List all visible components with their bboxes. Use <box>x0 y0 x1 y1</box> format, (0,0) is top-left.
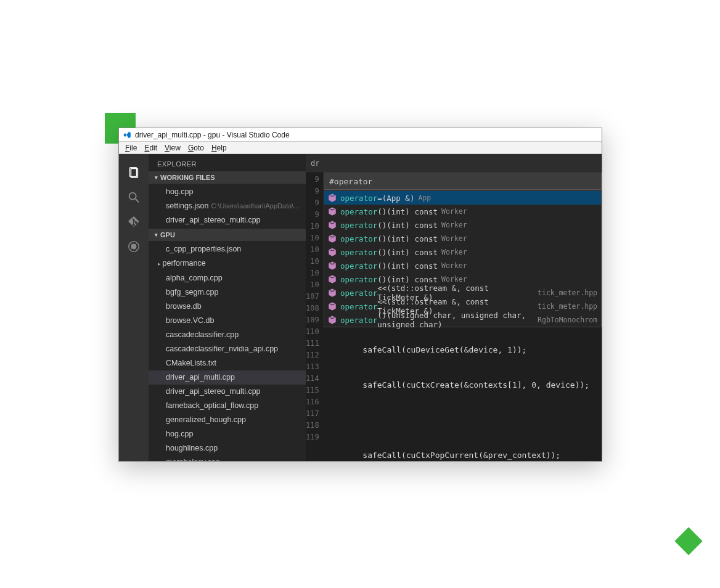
line-number: 115 <box>306 385 319 396</box>
line-number: 116 <box>306 396 319 408</box>
suggestion-name: operator <box>340 207 377 216</box>
suggestion-signature: ()(unsigned char, unsigned char, unsigne… <box>377 311 534 329</box>
suggestion-name: operator <box>340 234 377 243</box>
suggestion-name: operator <box>340 221 377 230</box>
vscode-window: driver_api_multi.cpp - gpu - Visual Stud… <box>118 128 602 462</box>
suggestion-item[interactable]: operator()(int) constWorker <box>324 259 601 272</box>
suggestion-detail: tick_meter.hpp <box>538 288 597 297</box>
file-item[interactable]: driver_api_multi.cpp <box>149 370 306 385</box>
suggestion-detail: Worker <box>441 207 467 216</box>
gpu-folder-header[interactable]: GPU <box>149 229 306 241</box>
suggestion-detail: Worker <box>441 221 467 229</box>
suggestion-detail: App <box>418 194 431 202</box>
line-number: 10 <box>306 267 319 279</box>
code-line: safeCall(cuCtxPopCurrent(&prev_context))… <box>324 449 602 461</box>
line-number: 119 <box>306 431 319 443</box>
file-item[interactable]: cascadeclassifier.cpp <box>149 328 306 342</box>
line-number: 9 <box>306 197 319 209</box>
suggestion-item[interactable]: operator()(unsigned char, unsigned char,… <box>324 313 601 327</box>
file-item[interactable]: c_cpp_properties.json <box>149 242 306 256</box>
suggestion-signature: ()(int) const <box>377 207 438 216</box>
line-number: 107 <box>306 291 319 303</box>
svg-point-5 <box>131 244 136 248</box>
symbol-search-input[interactable]: #operator <box>324 173 602 190</box>
file-item[interactable]: bgfg_segm.cpp <box>149 285 306 300</box>
file-item[interactable]: houghlines.cpp <box>149 441 306 455</box>
line-number: 112 <box>306 349 319 361</box>
working-file-item[interactable]: driver_api_stereo_multi.cpp <box>149 213 306 227</box>
suggestion-name: operator <box>340 194 377 203</box>
menu-view[interactable]: View <box>165 144 181 152</box>
search-query-text: #operator <box>329 177 372 186</box>
suggestion-signature: ()(int) const <box>377 248 438 257</box>
suggestion-signature: =(App &) <box>377 194 414 203</box>
file-item[interactable]: hog.cpp <box>149 427 306 441</box>
menu-edit[interactable]: Edit <box>144 144 157 152</box>
window-title: driver_api_multi.cpp - gpu - Visual Stud… <box>135 131 290 139</box>
git-tab-icon[interactable] <box>119 210 149 234</box>
suggestion-detail: Worker <box>441 248 467 256</box>
working-file-item[interactable]: hog.cpp <box>149 185 306 199</box>
suggestion-detail: RgbToMonochrom <box>538 316 597 324</box>
editor-tab-label[interactable]: dr <box>311 159 319 168</box>
line-number: 111 <box>306 338 319 349</box>
menu-bar: File Edit View Goto Help <box>119 142 602 154</box>
suggestion-name: operator <box>340 316 377 325</box>
gpu-file-list: c_cpp_properties.jsonperformancealpha_co… <box>149 241 306 461</box>
line-number: 114 <box>306 373 319 385</box>
suggestion-signature: ()(int) const <box>377 221 438 230</box>
suggestion-name: operator <box>340 261 377 271</box>
line-number: 9 <box>306 186 319 197</box>
line-number: 10 <box>306 232 319 244</box>
file-item[interactable]: alpha_comp.cpp <box>149 271 306 285</box>
suggestion-item[interactable]: operator()(int) constWorker <box>324 205 601 218</box>
menu-help[interactable]: Help <box>211 144 227 152</box>
code-line: safeCall(cuDeviceGet(&device, 1)); <box>324 344 602 356</box>
suggestion-item[interactable]: operator()(int) constWorker <box>324 245 601 259</box>
folder-item[interactable]: performance <box>149 256 306 271</box>
debug-tab-icon[interactable] <box>119 234 149 259</box>
vscode-icon <box>123 131 131 139</box>
suggestion-name: operator <box>340 302 377 311</box>
line-number: 118 <box>306 420 319 431</box>
suggestion-signature: ()(int) const <box>377 234 438 243</box>
suggestion-detail: Worker <box>441 275 467 284</box>
file-item[interactable]: generalized_hough.cpp <box>149 413 306 427</box>
line-number: 108 <box>306 303 319 314</box>
explorer-tab-icon[interactable] <box>119 160 149 185</box>
menu-goto[interactable]: Goto <box>188 144 204 152</box>
suggestion-signature: ()(int) const <box>377 261 438 271</box>
explorer-sidebar: EXPLORER WORKING FILES hog.cppsettings.j… <box>149 154 306 461</box>
suggestion-list: operator=(App &)Appoperator()(int) const… <box>324 190 602 327</box>
suggestion-detail: tick_meter.hpp <box>538 302 597 311</box>
editor-area: dr 9999101010101010107108109110111112113… <box>306 154 602 461</box>
working-files-header[interactable]: WORKING FILES <box>149 171 306 184</box>
suggestion-name: operator <box>340 248 377 257</box>
file-item[interactable]: browse.VC.db <box>149 314 306 328</box>
line-number: 109 <box>306 314 319 326</box>
file-item[interactable]: CMakeLists.txt <box>149 356 306 370</box>
file-item[interactable]: morphology.cpp <box>149 455 306 461</box>
line-number-gutter: 9999101010101010107108109110111112113114… <box>306 173 324 461</box>
suggestion-name: operator <box>340 288 377 298</box>
suggestion-item[interactable]: operator=(App &)App <box>324 191 601 205</box>
line-number: 10 <box>306 256 319 267</box>
suggestion-detail: Worker <box>441 234 467 243</box>
line-number: 9 <box>306 174 319 186</box>
explorer-header: EXPLORER <box>149 154 306 171</box>
search-tab-icon[interactable] <box>119 185 149 210</box>
suggestion-item[interactable]: operator()(int) constWorker <box>324 232 601 245</box>
file-item[interactable]: cascadeclassifier_nvidia_api.cpp <box>149 342 306 356</box>
svg-point-2 <box>129 193 136 200</box>
decorative-diamond <box>674 527 702 555</box>
line-number: 9 <box>306 209 319 221</box>
menu-file[interactable]: File <box>125 144 137 152</box>
file-item[interactable]: farneback_optical_flow.cpp <box>149 399 306 413</box>
suggestion-item[interactable]: operator()(int) constWorker <box>324 218 601 232</box>
title-bar: driver_api_multi.cpp - gpu - Visual Stud… <box>119 128 602 142</box>
file-item[interactable]: browse.db <box>149 300 306 314</box>
line-number: 10 <box>306 244 319 256</box>
suggestion-name: operator <box>340 275 377 284</box>
file-item[interactable]: driver_api_stereo_multi.cpp <box>149 385 306 399</box>
working-file-item[interactable]: settings.jsonC:\Users\aasthan\AppData\..… <box>149 199 306 213</box>
